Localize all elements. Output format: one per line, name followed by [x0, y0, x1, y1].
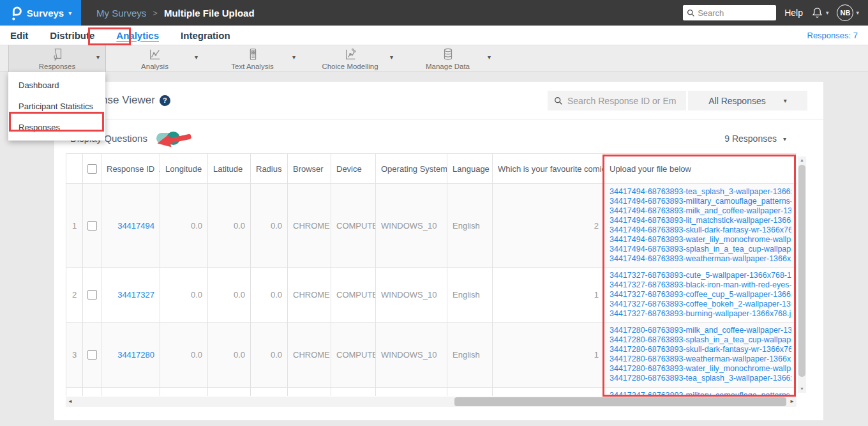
tab-integration[interactable]: Integration	[181, 30, 230, 41]
column-header-response_id[interactable]: Response ID▲	[101, 154, 160, 184]
breadcrumb-my-surveys[interactable]: My Surveys	[96, 8, 146, 19]
response-id-link[interactable]: 34417280	[117, 350, 154, 360]
tab-edit[interactable]: Edit	[10, 30, 28, 41]
cell-comics: 1	[493, 268, 604, 323]
file-link[interactable]: 34417494-68763893-lit_matchstick-wallpap…	[610, 216, 791, 225]
response-search-input[interactable]	[567, 96, 676, 106]
scroll-left-arrow[interactable]: ◄	[66, 397, 75, 407]
file-link[interactable]: 34417494-68763893-water_lily_monochrome-…	[610, 235, 791, 245]
cell-radius: 0.0	[251, 323, 288, 388]
menu-item-dashboard[interactable]: Dashboard	[8, 75, 105, 96]
file-link[interactable]: 34417327-68763893-black-iron-man-with-re…	[610, 280, 791, 290]
toolbar-analysis[interactable]: Analysis ▾	[106, 45, 204, 72]
file-link[interactable]: 34417494-68763893-tea_splash_3-wallpaper…	[610, 187, 791, 197]
breadcrumb-current: Multiple File Upload	[164, 8, 255, 19]
account-menu[interactable]: NB ▾	[837, 4, 859, 21]
toolbar-item-label: Choice Modelling	[322, 63, 378, 70]
response-id-link[interactable]: 34417494	[117, 221, 154, 231]
cell-comics: 2	[493, 184, 604, 268]
column-header-files: Upload your file below	[604, 154, 797, 184]
file-link[interactable]: 34417327-68763893-coffee_cup_5-wallpaper…	[610, 290, 791, 300]
toolbar-text-analysis[interactable]: Text Analysis ▾	[204, 45, 301, 72]
row-checkbox[interactable]	[87, 221, 97, 231]
response-id-link[interactable]: 34417327	[117, 290, 154, 300]
menu-item-participant-statistics[interactable]: Participant Statistics	[8, 96, 105, 117]
column-header-radius: Radius	[251, 154, 288, 184]
global-search[interactable]	[683, 5, 776, 20]
table-row: 1344174940.00.00.0CHROMECOMPUTERWINDOWS_…	[66, 184, 797, 268]
file-link[interactable]: 34417327-68763893-coffee_bokeh_2-wallpap…	[610, 300, 791, 309]
file-link[interactable]: 34417327-68763893-cute_5-wallpaper-1366x…	[610, 271, 791, 280]
column-header-num	[66, 154, 83, 184]
global-search-input[interactable]	[698, 8, 768, 18]
file-link[interactable]: 34417327-68763893-burning-wallpaper-1366…	[610, 309, 791, 319]
toolbar-manage-data[interactable]: Manage Data ▾	[399, 45, 497, 72]
file-link[interactable]: 34417494-68763893-splash_in_a_tea_cup-wa…	[610, 245, 791, 254]
survey-tab-nav: Edit Distribute Analytics Integration Re…	[0, 26, 868, 45]
cell-browser: CHROME	[288, 323, 331, 388]
topbar-right: Help ▾ NB ▾	[683, 4, 868, 21]
cell-files: 34417327-68763893-cute_5-wallpaper-1366x…	[604, 268, 797, 323]
notifications-button[interactable]: ▾	[811, 6, 829, 19]
select-all-checkbox[interactable]	[87, 164, 97, 174]
chevron-down-icon[interactable]: ▾	[390, 54, 393, 61]
help-link[interactable]: Help	[784, 8, 803, 18]
row-checkbox[interactable]	[87, 290, 97, 300]
scroll-up-arrow[interactable]: ▲	[798, 156, 806, 164]
cell-checkbox	[83, 323, 101, 388]
table-row: 2344173270.00.00.0CHROMECOMPUTERWINDOWS_…	[66, 268, 797, 323]
vertical-scroll-thumb[interactable]	[798, 165, 805, 377]
scroll-down-arrow[interactable]: ▼	[798, 385, 806, 393]
cell-latitude: 0.0	[208, 268, 251, 323]
file-link[interactable]: 34417494-68763893-military_camouflage_pa…	[610, 197, 791, 206]
file-link[interactable]: 34417280-68763893-tea_splash_3-wallpaper…	[610, 374, 791, 383]
cell-device: COMPUTER	[331, 323, 376, 388]
row-checkbox[interactable]	[87, 350, 97, 360]
cell-longitude: 0.0	[160, 268, 208, 323]
vertical-scrollbar[interactable]: ▲ ▼	[798, 156, 806, 393]
cell-num: 2	[66, 268, 83, 323]
questionpro-logo	[10, 5, 22, 21]
file-link[interactable]: 34417494-68763893-skull-dark-fantasy-wr-…	[610, 225, 791, 235]
file-link[interactable]: 34417280-68763893-skull-dark-fantasy-wr-…	[610, 345, 791, 354]
toolbar-choice-modelling[interactable]: Choice Modelling ▾	[301, 45, 399, 72]
tab-distribute[interactable]: Distribute	[50, 30, 94, 41]
file-link[interactable]: 34417494-68763893-weatherman-wallpaper-1…	[610, 254, 791, 264]
bell-icon	[811, 6, 823, 19]
column-header-checkbox[interactable]	[83, 154, 101, 184]
chevron-down-icon[interactable]: ▾	[488, 54, 491, 61]
cell-checkbox	[83, 184, 101, 268]
display-questions-toggle[interactable]	[156, 133, 179, 144]
scroll-right-arrow[interactable]: ►	[788, 397, 797, 407]
file-link[interactable]: 34417280-68763893-water_lily_monochrome-…	[610, 364, 791, 374]
chevron-down-icon: ▾	[784, 97, 787, 104]
analytics-toolbar: Responses ▾ Analysis ▾ Text Analysis ▾	[0, 45, 868, 72]
horizontal-scroll-thumb[interactable]	[454, 397, 786, 406]
toolbar-item-label: Responses	[39, 63, 76, 70]
file-link[interactable]: 34417494-68763893-milk_and_coffee-wallpa…	[610, 206, 791, 216]
response-filter-dropdown[interactable]: All Responses ▾	[688, 91, 807, 110]
tab-analytics[interactable]: Analytics	[116, 30, 159, 41]
toolbar-responses[interactable]: Responses ▾	[8, 45, 106, 72]
cell-language: English	[447, 323, 493, 388]
file-link[interactable]: 34417280-68763893-splash_in_a_tea_cup-wa…	[610, 335, 791, 345]
responses-icon	[50, 47, 64, 61]
responses-page-dropdown[interactable]: 9 Responses ▾	[724, 133, 786, 144]
file-link[interactable]: 34417280-68763893-weatherman-wallpaper-1…	[610, 354, 791, 364]
response-filter-label: All Responses	[708, 96, 766, 106]
horizontal-scrollbar[interactable]: ◄ ►	[66, 397, 797, 407]
help-icon[interactable]: ?	[160, 95, 170, 106]
cell-latitude: 0.0	[208, 323, 251, 388]
chevron-down-icon[interactable]: ▾	[195, 54, 198, 61]
product-switcher[interactable]: Surveys ▾	[0, 0, 81, 26]
file-link[interactable]: 34417247-68763893-military_camouflage_pa…	[610, 391, 791, 396]
chevron-down-icon[interactable]: ▾	[96, 54, 100, 61]
chevron-down-icon[interactable]: ▾	[292, 54, 296, 61]
cell-radius: 0.0	[251, 184, 288, 268]
file-link[interactable]: 34417280-68763893-milk_and_coffee-wallpa…	[610, 326, 791, 335]
cell-browser	[288, 388, 331, 397]
menu-item-responses[interactable]: Responses	[8, 117, 105, 138]
cell-os	[376, 388, 447, 397]
divider	[54, 119, 823, 119]
response-search[interactable]	[548, 91, 686, 110]
